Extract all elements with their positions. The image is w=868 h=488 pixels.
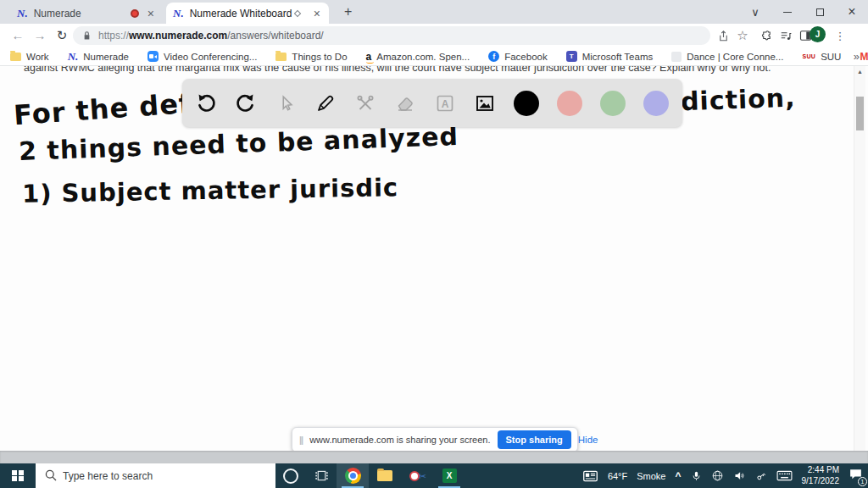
redo-button[interactable] <box>235 92 257 114</box>
page-scrollbar[interactable]: ▲ <box>854 66 865 451</box>
generic-page-icon <box>671 52 682 62</box>
bookmark-work[interactable]: Work <box>10 52 49 62</box>
search-input[interactable] <box>36 463 275 488</box>
clock-time: 2:44 PM <box>802 465 840 476</box>
refresh-button[interactable]: ↻ <box>53 27 71 44</box>
undo-button[interactable] <box>195 92 217 114</box>
browser-menu-button[interactable]: ⋮ <box>832 27 849 44</box>
color-swatch-red[interactable] <box>557 91 582 116</box>
task-view-button[interactable] <box>306 463 337 488</box>
bookmark-label: Numerade <box>83 52 129 62</box>
forward-button[interactable]: → <box>31 27 49 44</box>
puzzle-icon <box>760 30 773 42</box>
url-host: www.numerade.com <box>129 30 227 42</box>
url-text: https://www.numerade.com/answers/whitebo… <box>98 30 324 42</box>
tab-numerade-whiteboard[interactable]: N. Numerade Whiteboard × <box>166 3 329 24</box>
shapes-tool-button[interactable] <box>354 92 376 114</box>
bookmark-label: Amazon.com. Spen... <box>376 52 470 62</box>
bookmark-dance-core[interactable]: Dance | Core Conne... <box>671 52 783 62</box>
share-icon <box>717 30 730 42</box>
pencil-tool-button[interactable] <box>314 92 337 114</box>
color-swatch-black[interactable] <box>514 91 539 116</box>
taskbar-search[interactable] <box>36 463 275 488</box>
excel-icon: X <box>442 469 457 483</box>
scroll-up-arrow-icon[interactable]: ▲ <box>854 66 865 75</box>
share-message: www.numerade.com is sharing your screen. <box>309 435 490 445</box>
windows-taskbar: ✂ X 64°F Smoke ^ 2:44 PM 9/17/2022 1 <box>0 463 868 488</box>
touch-keyboard-icon[interactable] <box>776 469 793 482</box>
reading-list-button[interactable] <box>777 27 794 44</box>
tab-numerade[interactable]: N. Numerade × <box>10 3 163 24</box>
weather-news-icon[interactable] <box>582 469 598 483</box>
bookmark-suu[interactable]: SUUSUU <box>802 52 841 62</box>
text-tool-button[interactable]: A <box>434 92 456 114</box>
taskbar-chrome-button[interactable] <box>337 463 369 488</box>
window-bottom-strip <box>0 451 868 463</box>
bookmarks-bar: Work N.Numerade Video Conferencing... Th… <box>0 47 868 66</box>
url-protocol: https:// <box>98 30 129 42</box>
whiteboard-canvas[interactable]: against RWMC alleging that the margarita… <box>0 66 868 451</box>
teams-icon: T <box>566 51 577 62</box>
bookmark-star-button[interactable]: ☆ <box>734 27 751 44</box>
color-swatch-green[interactable] <box>600 91 626 116</box>
notification-badge: 1 <box>858 477 867 486</box>
image-tool-button[interactable] <box>474 92 496 114</box>
bookmark-things-to-do[interactable]: Things to Do <box>275 52 347 62</box>
address-bar[interactable]: https://www.numerade.com/answers/whitebo… <box>73 26 710 45</box>
zoom-camera-icon <box>147 51 159 62</box>
new-tab-button[interactable]: + <box>339 4 357 19</box>
gmail-icon: M <box>860 51 868 63</box>
tab-close-icon[interactable]: × <box>312 8 322 19</box>
taskbar-snipping-tool-button[interactable]: ✂ <box>401 463 433 488</box>
taskbar-excel-button[interactable]: X <box>433 463 465 488</box>
bookmark-microsoft-teams[interactable]: TMicrosoft Teams <box>566 51 654 62</box>
bookmark-label: Facebook <box>504 52 548 62</box>
action-center-button[interactable]: 1 <box>849 468 863 484</box>
facebook-icon: f <box>488 51 499 62</box>
bookmark-amazon[interactable]: aAmazon.com. Spen... <box>366 51 470 63</box>
handwriting-line1-right: diction, <box>680 83 796 117</box>
windows-logo-icon <box>12 470 24 482</box>
speaker-icon[interactable] <box>733 469 746 482</box>
weather-temperature[interactable]: 64°F <box>608 471 627 481</box>
minimize-button[interactable] <box>771 0 804 24</box>
hide-button[interactable]: Hide <box>578 435 598 445</box>
profile-avatar[interactable]: J <box>810 26 826 42</box>
suu-icon: SUU <box>802 53 815 59</box>
url-path: /answers/whiteboard/ <box>227 30 323 42</box>
tab-close-icon[interactable]: × <box>146 8 156 19</box>
color-swatch-purple[interactable] <box>643 91 669 116</box>
start-button[interactable] <box>0 463 36 488</box>
hidden-icons-chevron[interactable]: ^ <box>675 470 681 482</box>
tab-search-chevron-icon[interactable]: ∨ <box>739 0 771 24</box>
stop-sharing-button[interactable]: Stop sharing <box>498 430 571 449</box>
microphone-icon[interactable] <box>691 469 702 483</box>
cortana-button[interactable] <box>275 463 306 488</box>
extensions-button[interactable] <box>758 27 775 44</box>
pointer-tool-button[interactable] <box>275 92 297 114</box>
network-globe-icon[interactable] <box>711 469 724 482</box>
eraser-tool-button[interactable] <box>394 92 416 114</box>
back-button[interactable]: ← <box>8 27 27 44</box>
folder-icon <box>275 53 287 61</box>
bookmark-facebook[interactable]: fFacebook <box>488 51 548 62</box>
weather-condition[interactable]: Smoke <box>637 471 665 481</box>
scrollbar-thumb[interactable] <box>856 97 864 130</box>
snipping-tool-icon: ✂ <box>409 469 425 483</box>
close-window-button[interactable]: × <box>836 0 868 24</box>
key-icon[interactable] <box>755 470 767 482</box>
maximize-button[interactable] <box>804 0 836 24</box>
svg-text:A: A <box>442 97 449 109</box>
bookmark-video-conferencing[interactable]: Video Conferencing... <box>147 51 257 62</box>
drag-handle-icon[interactable]: || <box>299 435 303 445</box>
bookmark-gmail[interactable]: MGmail <box>860 51 868 63</box>
taskbar-file-explorer-button[interactable] <box>369 463 401 488</box>
taskbar-clock[interactable]: 2:44 PM 9/17/2022 <box>802 465 840 486</box>
bookmarks-overflow-button[interactable]: » <box>854 50 860 63</box>
numerade-favicon: N. <box>17 7 28 20</box>
bookmark-numerade[interactable]: N.Numerade <box>68 50 129 64</box>
clock-date: 9/17/2022 <box>802 476 840 487</box>
pencil-icon <box>315 93 336 114</box>
minimize-icon <box>783 12 792 13</box>
share-button[interactable] <box>715 27 732 44</box>
